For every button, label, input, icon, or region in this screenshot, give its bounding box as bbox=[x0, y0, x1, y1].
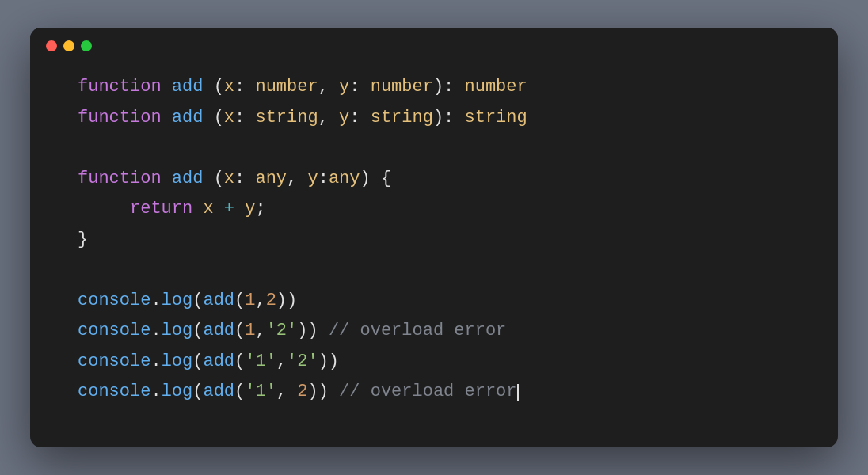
code-line-3 bbox=[78, 133, 790, 164]
text-cursor bbox=[517, 384, 519, 401]
code-line-9: console.log(add(1,'2')) // overload erro… bbox=[78, 316, 790, 347]
code-line-5: return x + y; bbox=[78, 194, 790, 225]
code-line-6: } bbox=[78, 225, 790, 256]
minimize-button[interactable] bbox=[63, 40, 74, 51]
code-line-7 bbox=[78, 255, 790, 286]
code-line-1: function add (x: number, y: number): num… bbox=[78, 72, 790, 103]
code-line-11: console.log(add('1', 2)) // overload err… bbox=[78, 377, 790, 408]
titlebar bbox=[30, 28, 838, 64]
code-line-8: console.log(add(1,2)) bbox=[78, 286, 790, 317]
code-window: function add (x: number, y: number): num… bbox=[30, 28, 838, 447]
maximize-button[interactable] bbox=[81, 40, 92, 51]
code-line-2: function add (x: string, y: string): str… bbox=[78, 103, 790, 134]
code-line-10: console.log(add('1','2')) bbox=[78, 347, 790, 378]
code-editor[interactable]: function add (x: number, y: number): num… bbox=[30, 64, 838, 431]
code-line-4: function add (x: any, y:any) { bbox=[78, 164, 790, 195]
close-button[interactable] bbox=[46, 40, 57, 51]
